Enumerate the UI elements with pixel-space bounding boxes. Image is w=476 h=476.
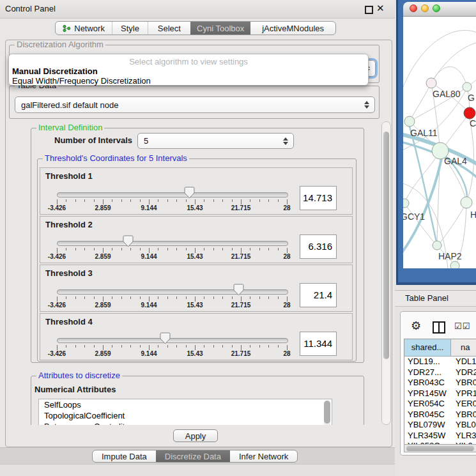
threshold-value-field[interactable]: 14.713: [300, 186, 337, 210]
node-label-hap2: HAP2: [438, 251, 462, 261]
tick-label: -3.426: [48, 253, 66, 260]
slider-track[interactable]: [57, 192, 288, 197]
tab-style[interactable]: Style: [112, 22, 148, 35]
network-node[interactable]: [404, 116, 415, 127]
slider-track[interactable]: [57, 338, 288, 343]
network-node[interactable]: [433, 241, 441, 250]
attribute-item-topologicalcoefficient[interactable]: TopologicalCoefficient: [39, 410, 332, 421]
tick-label: 15.43: [187, 204, 203, 211]
threshold-value-field[interactable]: 6.316: [300, 234, 337, 259]
scrollbar-thumb[interactable]: [383, 132, 389, 359]
node-label-gal4: GAL4: [444, 156, 467, 166]
tab-infer-network[interactable]: Infer Network: [230, 450, 297, 462]
tab-cyni-toolbox[interactable]: Cyni Toolbox: [190, 22, 250, 35]
slider-handle[interactable]: [233, 284, 244, 296]
number-of-intervals-combobox[interactable]: 5: [137, 133, 294, 149]
tick-label: 2.859: [95, 302, 111, 309]
tick-label: 2.859: [95, 253, 111, 260]
tab-network[interactable]: Network: [56, 22, 112, 35]
scrollbar-thumb[interactable]: [406, 446, 474, 451]
tab-discretize-data[interactable]: Discretize Data: [156, 450, 230, 462]
table-row[interactable]: YDR27...YDR2: [404, 367, 476, 378]
cell-shared-name: YDL19...: [404, 357, 451, 367]
cell-shared-name: YBR043C: [404, 378, 451, 388]
tick-label: 15.43: [187, 350, 203, 357]
cell-shared-name: YLR345W: [404, 431, 451, 441]
gear-icon[interactable]: ⚙: [411, 319, 421, 332]
slider-handle[interactable]: [184, 187, 195, 199]
tick-label: 28: [283, 350, 290, 357]
network-node[interactable]: [463, 82, 472, 91]
threshold-label: Threshold 4: [45, 317, 93, 326]
tab-select[interactable]: Select: [148, 22, 190, 35]
tab-label: jActiveMNodules: [262, 24, 324, 33]
network-tree-icon: [63, 24, 71, 33]
table-row[interactable]: YBL079WYBL0: [404, 420, 476, 431]
table-row[interactable]: YER054CYER0: [404, 399, 476, 410]
column-layout-icon[interactable]: [433, 321, 445, 334]
slider-track[interactable]: [57, 241, 288, 246]
minimize-window-icon[interactable]: [421, 4, 429, 12]
popup-item-equal-width-frequency[interactable]: Equal Width/Frequency Discretization: [12, 76, 151, 86]
tick-label: 21.715: [231, 253, 251, 260]
cell-shared-name: YPR145W: [404, 388, 451, 399]
table-row[interactable]: YDL19...YDL1: [404, 357, 476, 367]
close-panel-icon[interactable]: ✕: [376, 3, 385, 14]
tick-label: 28: [283, 204, 290, 211]
table-data-combobox[interactable]: galFiltered.sif default node: [15, 96, 375, 113]
slider-handle[interactable]: [160, 332, 171, 344]
table-row[interactable]: YBR045CYBR0: [404, 410, 476, 420]
network-graph: GAL80GCGAL11GAL4GCY1HHAP2: [403, 17, 476, 268]
numerical-attributes-list[interactable]: SelfLoopsTopologicalCoefficientBetweenne…: [38, 399, 332, 425]
threshold-value-field[interactable]: 21.4: [300, 283, 337, 307]
panel-title: Control Panel: [5, 4, 56, 13]
tick-label: 9.144: [141, 302, 157, 309]
node-label-h: H: [470, 210, 476, 220]
zoom-window-icon[interactable]: [433, 4, 440, 12]
tick-label: -3.426: [48, 204, 66, 211]
select-columns-icon[interactable]: ☑☑: [454, 321, 470, 331]
slider-handle[interactable]: [123, 235, 134, 247]
node-label-c: C: [470, 118, 476, 128]
threshold-value-field[interactable]: 11.344: [300, 332, 337, 356]
network-node[interactable]: [426, 78, 436, 88]
network-view-canvas[interactable]: GAL80GCGAL11GAL4GCY1HHAP2: [403, 17, 476, 268]
threshold-label: Threshold 3: [45, 268, 93, 278]
tab-jactivemnodules[interactable]: jActiveMNodules: [250, 22, 335, 35]
popup-hint: Select algorithm to view settings: [9, 57, 368, 66]
table-row[interactable]: YBR043CYBR0: [404, 378, 476, 388]
group-title: Interval Definition: [36, 123, 104, 132]
algorithm-dropdown-popup: Select algorithm to view settings Manual…: [8, 54, 369, 86]
tick-label: 15.43: [187, 302, 203, 309]
attribute-item-selfloops[interactable]: SelfLoops: [39, 399, 332, 410]
attributes-list-scrollbar[interactable]: [324, 401, 330, 425]
tick-label: 21.715: [231, 204, 251, 211]
column-header-shared-name[interactable]: shared...: [404, 339, 451, 356]
network-edge: [431, 42, 476, 83]
tick-label: 21.715: [231, 302, 251, 309]
tick-label: 2.859: [95, 204, 111, 211]
tab-impute-data[interactable]: Impute Data: [93, 450, 156, 462]
close-window-icon[interactable]: [410, 4, 417, 12]
table-row[interactable]: YPR145WYPR1: [404, 388, 476, 399]
threshold-label: Threshold 2: [45, 220, 93, 229]
table-horizontal-scrollbar[interactable]: [404, 444, 476, 452]
float-panel-icon[interactable]: [365, 6, 373, 14]
network-node[interactable]: [461, 197, 472, 208]
network-node[interactable]: [403, 199, 409, 208]
cell-shared-name: YBR045C: [404, 410, 451, 420]
tick-label: 2.859: [95, 350, 111, 357]
network-node[interactable]: [464, 107, 475, 119]
table-row[interactable]: YLR345WYLR3: [404, 431, 476, 441]
column-header-name[interactable]: na: [451, 339, 476, 356]
slider-track[interactable]: [57, 289, 288, 295]
settings-vertical-scrollbar[interactable]: [381, 121, 391, 425]
tick-label: 9.144: [141, 253, 157, 260]
attribute-item-betweennesscentrality[interactable]: BetweennessCentrality: [39, 421, 332, 425]
threshold-panel-2: Threshold 2-3.4262.8599.14415.4321.71528…: [40, 216, 353, 263]
combo-arrows-icon: [364, 101, 369, 109]
number-of-intervals-label: Number of Intervals: [54, 135, 132, 145]
popup-item-manual-discretization[interactable]: Manual Discretization: [12, 66, 98, 76]
apply-button[interactable]: Apply: [173, 429, 218, 442]
network-node[interactable]: [450, 261, 459, 268]
